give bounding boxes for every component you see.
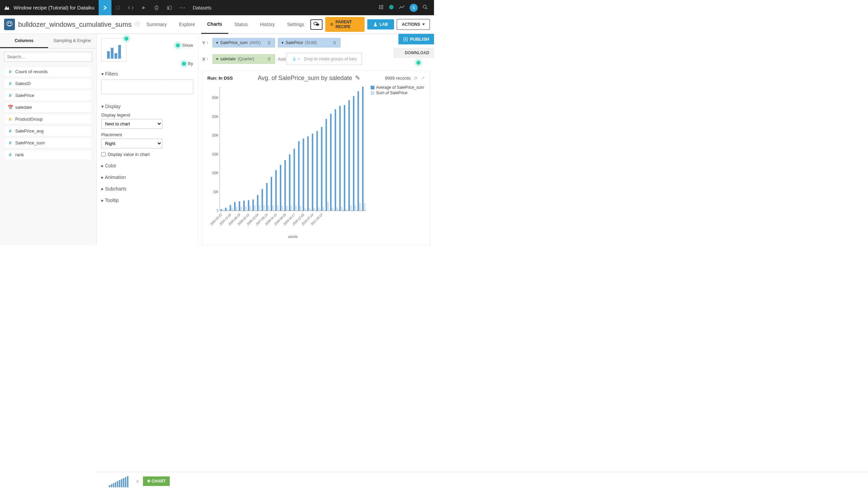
svg-text:0: 0 <box>217 209 218 213</box>
nav-datasets[interactable]: Datasets <box>189 0 215 15</box>
y2-field-pill[interactable]: ▾ SalePrice (SUM)🗑 <box>278 38 340 47</box>
column-item[interactable]: #SalesID <box>4 78 92 89</box>
sidebar-tab[interactable]: Columns <box>0 34 48 48</box>
column-item[interactable]: #rank <box>4 149 92 160</box>
play-icon[interactable] <box>137 0 150 15</box>
remove-icon[interactable]: 🗑 <box>267 40 271 45</box>
filters-dropzone[interactable] <box>101 79 193 94</box>
color-section[interactable]: ▸ Color <box>101 163 193 168</box>
placement-select[interactable]: Right <box>101 139 162 148</box>
nav-settings[interactable]: Settings <box>281 15 310 34</box>
nav-summary[interactable]: Summary <box>140 15 173 34</box>
legend-item: Sum of SalePrice <box>371 90 425 95</box>
publish-button[interactable]: PUBLISH <box>398 34 434 44</box>
expand-icon[interactable]: ⤢ <box>421 76 425 81</box>
x-field-pill[interactable]: ▾ saledate (Quarter)🗑 <box>212 54 275 64</box>
remove-icon[interactable]: 🗑 <box>333 40 337 45</box>
svg-point-22 <box>8 23 9 23</box>
target-icon[interactable] <box>134 21 140 28</box>
y-field-pill[interactable]: ▾ SalePrice_sum (AVG)🗑 <box>212 38 275 47</box>
value-in-chart-checkbox[interactable] <box>101 152 106 157</box>
nav-charts[interactable]: Charts <box>201 15 228 34</box>
column-item[interactable]: #Count of records <box>4 66 92 77</box>
svg-rect-30 <box>332 24 332 25</box>
svg-rect-91 <box>318 207 319 211</box>
svg-rect-15 <box>379 8 380 9</box>
svg-point-8 <box>184 7 185 8</box>
chart-config: Y ▼ ▾ SalePrice_sum (AVG)🗑 ▾ SalePrice (… <box>198 34 434 245</box>
flow-icon[interactable] <box>99 0 111 15</box>
lab-button[interactable]: LAB <box>367 19 394 29</box>
circle-icon[interactable] <box>111 0 124 15</box>
download-button[interactable]: DOWNLOAD <box>393 48 434 58</box>
more-icon[interactable] <box>176 0 189 15</box>
svg-rect-76 <box>284 160 286 211</box>
nav-explore[interactable]: Explore <box>173 15 201 34</box>
svg-rect-100 <box>339 106 340 211</box>
sidebar-tab[interactable]: Sampling & Engine <box>48 34 96 48</box>
svg-rect-14 <box>382 6 383 7</box>
svg-text:50M: 50M <box>213 190 218 194</box>
svg-point-25 <box>137 23 138 25</box>
project-title: Window recipe (Tutorial) for Dataiku <box>14 5 95 11</box>
column-item[interactable]: #SalePrice_avg <box>4 126 92 136</box>
nav-history[interactable]: History <box>254 15 281 34</box>
svg-rect-51 <box>227 209 228 211</box>
user-avatar[interactable]: S <box>410 4 418 12</box>
apps-icon[interactable] <box>378 4 384 11</box>
svg-rect-9 <box>379 5 380 6</box>
dashboard-icon[interactable] <box>163 0 176 15</box>
display-section[interactable]: ▾ Display <box>101 104 193 109</box>
svg-rect-108 <box>357 91 359 211</box>
column-item[interactable]: AProductGroup <box>4 114 92 124</box>
column-item[interactable]: #SalePrice_sum <box>4 138 92 148</box>
column-search-input[interactable] <box>4 52 92 62</box>
svg-rect-98 <box>335 109 336 211</box>
svg-point-0 <box>116 6 120 9</box>
remove-icon[interactable]: 🗑 <box>267 57 271 61</box>
groups-dropzone[interactable]: 💧 ▾ Drop to create groups of bars <box>287 53 362 65</box>
nav-status[interactable]: Status <box>228 15 254 34</box>
svg-rect-57 <box>241 207 242 211</box>
column-type-icon: # <box>8 128 13 134</box>
svg-rect-90 <box>316 131 318 211</box>
filters-section[interactable]: ▾ Filters <box>101 71 193 77</box>
chat-icon[interactable] <box>310 19 323 30</box>
svg-rect-48 <box>221 209 222 210</box>
svg-rect-29 <box>331 24 332 25</box>
svg-text:150M: 150M <box>212 152 218 156</box>
svg-point-28 <box>330 23 333 26</box>
column-item[interactable]: 📅saledate <box>4 102 92 113</box>
svg-rect-5 <box>168 7 169 8</box>
hint-dot-icon <box>182 62 186 66</box>
chart-type-selector[interactable] <box>101 38 126 62</box>
y-axis-label: Y ▼ <box>202 40 210 45</box>
edit-icon[interactable]: ✎ <box>355 74 360 82</box>
print-icon[interactable] <box>150 0 163 15</box>
actions-button[interactable]: ACTIONS <box>397 19 430 30</box>
column-type-icon: # <box>8 93 13 98</box>
column-item[interactable]: #SalePrice <box>4 90 92 101</box>
placement-label: Placement <box>101 132 193 137</box>
tooltip-section[interactable]: ▸ Tooltip <box>101 198 193 203</box>
animation-section[interactable]: ▸ Animation <box>101 175 193 180</box>
show-label: Show <box>182 43 193 48</box>
search-icon[interactable] <box>422 4 428 11</box>
svg-rect-102 <box>344 105 345 211</box>
svg-point-7 <box>182 7 183 8</box>
svg-text:?: ? <box>391 6 392 8</box>
subcharts-section[interactable]: ▸ Subcharts <box>101 186 193 191</box>
svg-rect-65 <box>259 205 260 211</box>
parent-recipe-button[interactable]: PARENT RECIPE <box>325 17 365 32</box>
help-icon[interactable]: ? <box>389 4 394 11</box>
svg-rect-111 <box>364 203 365 211</box>
display-legend-label: Display legend <box>101 113 193 118</box>
refresh-icon[interactable]: ⟳ <box>414 76 418 81</box>
svg-rect-92 <box>321 127 322 210</box>
activity-icon[interactable] <box>399 5 405 11</box>
svg-rect-54 <box>234 202 235 211</box>
code-icon[interactable] <box>124 0 137 15</box>
legend-select[interactable]: Next to chart <box>101 119 162 129</box>
svg-rect-94 <box>326 119 327 211</box>
svg-rect-3 <box>156 8 157 9</box>
